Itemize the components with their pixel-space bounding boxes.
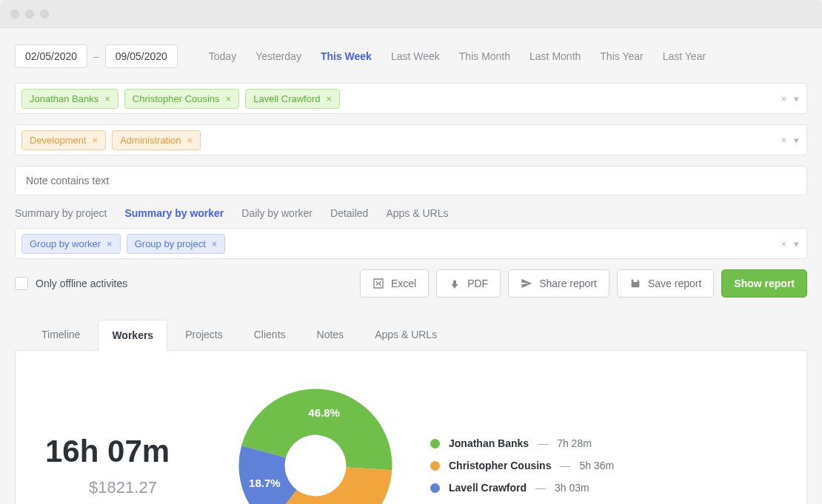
group-tag[interactable]: Group by worker×	[21, 234, 121, 254]
legend-name: Lavell Crawford	[449, 482, 527, 494]
share-icon	[521, 278, 532, 289]
result-tabs: TimelineWorkersProjectsClientsNotesApps …	[15, 320, 807, 351]
remove-tag-icon[interactable]: ×	[187, 135, 193, 146]
clear-workers-icon[interactable]: ×	[781, 93, 786, 104]
tag-label: Jonathan Banks	[30, 93, 98, 104]
grouping-box: Group by worker×Group by project× × ▾	[15, 228, 807, 259]
remove-tag-icon[interactable]: ×	[107, 238, 113, 249]
offline-label: Only offline activites	[36, 278, 127, 289]
date-dash: –	[93, 50, 99, 62]
result-tab[interactable]: Clients	[241, 320, 299, 350]
workers-filter-box: Jonathan Banks×Christopher Cousins×Lavel…	[15, 83, 807, 114]
range-last-week[interactable]: Last Week	[391, 50, 440, 62]
total-time: 16h 07m	[45, 434, 201, 469]
worker-tag[interactable]: Jonathan Banks×	[21, 89, 118, 109]
tag-label: Lavell Crawford	[253, 93, 320, 104]
window-titlebar	[0, 0, 822, 28]
summary-tab[interactable]: Summary by project	[15, 207, 107, 219]
grouping-dropdown-icon[interactable]: ▾	[794, 238, 799, 249]
tag-label: Development	[30, 135, 87, 146]
result-tab[interactable]: Projects	[172, 320, 236, 350]
summary-mode-tabs: Summary by projectSummary by workerDaily…	[15, 207, 807, 219]
tag-label: Group by worker	[30, 238, 101, 249]
donut-slice-label: 46.8%	[308, 406, 340, 419]
result-tab[interactable]: Timeline	[28, 320, 93, 350]
projects-filter-box: Development×Administration× × ▾	[15, 124, 807, 155]
traffic-light-minimize[interactable]	[25, 10, 34, 19]
legend-dot-icon	[430, 439, 440, 448]
range-this-week[interactable]: This Week	[321, 50, 372, 62]
donut-slice	[239, 446, 297, 504]
worker-tag[interactable]: Lavell Crawford×	[245, 89, 340, 109]
clear-projects-icon[interactable]: ×	[781, 135, 786, 146]
range-yesterday[interactable]: Yesterday	[255, 50, 301, 62]
legend-time: 3h 03m	[555, 482, 589, 494]
summary-tab[interactable]: Summary by worker	[124, 207, 224, 219]
remove-tag-icon[interactable]: ×	[226, 93, 232, 104]
legend-name: Jonathan Banks	[449, 437, 529, 449]
offline-checkbox-wrap: Only offline activites	[15, 277, 127, 290]
excel-icon	[372, 278, 384, 289]
remove-tag-icon[interactable]: ×	[212, 238, 218, 249]
remove-tag-icon[interactable]: ×	[104, 93, 110, 104]
result-tab[interactable]: Apps & URLs	[361, 320, 450, 350]
traffic-light-zoom[interactable]	[40, 10, 49, 19]
remove-tag-icon[interactable]: ×	[327, 93, 333, 104]
results-panel: 16h 07m $1821.27 46.8%34.5%18.7% Jonatha…	[15, 351, 807, 504]
projects-dropdown-icon[interactable]: ▾	[794, 135, 799, 146]
legend-dot-icon	[430, 483, 440, 493]
tag-label: Administration	[120, 135, 181, 146]
summary-tab[interactable]: Apps & URLs	[386, 207, 448, 219]
clear-grouping-icon[interactable]: ×	[781, 238, 786, 249]
note-filter-input[interactable]	[15, 166, 807, 195]
pdf-icon	[449, 278, 461, 289]
summary-tab[interactable]: Daily by worker	[241, 207, 313, 219]
chart-legend: Jonathan Banks—7h 28mChristopher Cousins…	[430, 437, 614, 494]
range-this-year[interactable]: This Year	[600, 50, 643, 62]
result-tab[interactable]: Workers	[98, 320, 167, 351]
range-this-month[interactable]: This Month	[459, 50, 510, 62]
legend-item: Christopher Cousins—5h 36m	[430, 460, 614, 471]
legend-item: Lavell Crawford—3h 03m	[430, 482, 614, 494]
totals-block: 16h 07m $1821.27	[45, 434, 201, 497]
range-last-month[interactable]: Last Month	[529, 50, 581, 62]
workers-dropdown-icon[interactable]: ▾	[794, 93, 799, 104]
group-tag[interactable]: Group by project×	[127, 234, 226, 254]
export-excel-button[interactable]: Excel	[360, 269, 429, 298]
offline-checkbox[interactable]	[15, 277, 28, 290]
total-money: $1821.27	[45, 478, 201, 497]
legend-item: Jonathan Banks—7h 28m	[430, 437, 614, 449]
summary-tab[interactable]: Detailed	[330, 207, 368, 219]
project-tag[interactable]: Administration×	[112, 130, 201, 150]
tag-label: Christopher Cousins	[133, 93, 220, 104]
legend-dot-icon	[430, 461, 440, 471]
export-pdf-button[interactable]: PDF	[436, 269, 501, 298]
project-tag[interactable]: Development×	[21, 130, 106, 150]
end-date-input[interactable]	[105, 44, 178, 68]
tag-label: Group by project	[135, 238, 206, 249]
donut-chart: 46.8%34.5%18.7%	[230, 380, 401, 504]
traffic-light-close[interactable]	[10, 10, 19, 19]
legend-time: 5h 36m	[579, 460, 614, 471]
range-last-year[interactable]: Last Year	[663, 50, 706, 62]
legend-time: 7h 28m	[557, 437, 592, 449]
share-report-button[interactable]: Share report	[508, 269, 609, 298]
range-today[interactable]: Today	[209, 50, 236, 62]
donut-slice-label: 18.7%	[249, 477, 281, 489]
range-presets: TodayYesterdayThis WeekLast WeekThis Mon…	[209, 50, 706, 62]
save-icon	[629, 278, 641, 289]
worker-tag[interactable]: Christopher Cousins×	[124, 89, 239, 109]
result-tab[interactable]: Notes	[304, 320, 358, 350]
save-report-button[interactable]: Save report	[617, 269, 714, 298]
show-report-button[interactable]: Show report	[721, 269, 807, 298]
start-date-input[interactable]	[15, 44, 87, 68]
legend-name: Christopher Cousins	[449, 460, 551, 471]
remove-tag-icon[interactable]: ×	[93, 135, 98, 146]
date-range-row: – TodayYesterdayThis WeekLast WeekThis M…	[15, 44, 807, 68]
